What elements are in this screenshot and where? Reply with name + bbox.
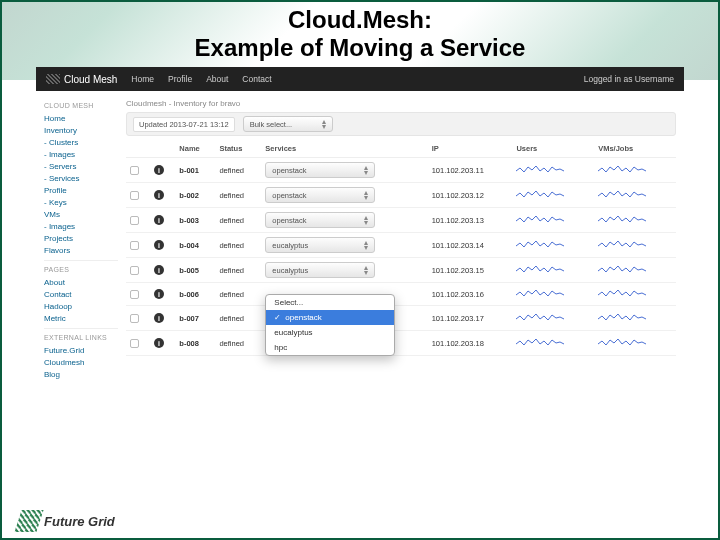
login-status: Logged in as Username: [584, 74, 674, 84]
cell-status: defined: [215, 283, 261, 306]
row-checkbox[interactable]: [130, 290, 139, 299]
table-row: ib-004definedeucalyptus▴▾101.102.203.14: [126, 233, 676, 258]
sidebar-item[interactable]: - Servers: [44, 160, 118, 172]
brand: Cloud Mesh: [46, 74, 117, 85]
cell-status: defined: [215, 258, 261, 283]
sidebar-item[interactable]: - Services: [44, 172, 118, 184]
info-icon[interactable]: i: [154, 190, 164, 200]
cell-vms: [594, 183, 676, 208]
sidebar-head: EXTERNAL LINKS: [44, 334, 118, 341]
updown-icon: ▴▾: [364, 215, 368, 225]
check-icon: ✓: [274, 313, 281, 322]
dd-title: Select...: [266, 295, 394, 310]
service-select[interactable]: openstack▴▾: [265, 162, 375, 178]
table-row: ib-006definedSelect...✓openstackeucalypt…: [126, 283, 676, 306]
cell-name: b-008: [175, 331, 215, 356]
col-header: Users: [512, 140, 594, 158]
sidebar-item[interactable]: - Images: [44, 220, 118, 232]
sidebar-head: CLOUD MESH: [44, 102, 118, 109]
cell-name: b-003: [175, 208, 215, 233]
cell-users: [512, 158, 594, 183]
row-checkbox[interactable]: [130, 339, 139, 348]
row-checkbox[interactable]: [130, 314, 139, 323]
topnav-profile[interactable]: Profile: [168, 74, 192, 84]
dd-option[interactable]: eucalyptus: [266, 325, 394, 340]
sidebar-item[interactable]: Inventory: [44, 124, 118, 136]
cell-name: b-005: [175, 258, 215, 283]
table-row: ib-005definedeucalyptus▴▾101.102.203.15: [126, 258, 676, 283]
grid-icon: [14, 510, 43, 532]
cell-status: defined: [215, 183, 261, 208]
topnav-home[interactable]: Home: [131, 74, 154, 84]
row-checkbox[interactable]: [130, 241, 139, 250]
row-checkbox[interactable]: [130, 191, 139, 200]
service-select[interactable]: openstack▴▾: [265, 212, 375, 228]
sidebar-item[interactable]: About: [44, 276, 118, 288]
sidebar-item[interactable]: - Clusters: [44, 136, 118, 148]
topnav-about[interactable]: About: [206, 74, 228, 84]
cell-vms: [594, 158, 676, 183]
sidebar-item[interactable]: Contact: [44, 288, 118, 300]
updown-icon: ▴▾: [364, 265, 368, 275]
cell-users: [512, 183, 594, 208]
cell-users: [512, 283, 594, 306]
table-row: ib-008definedhpc▴▾101.102.203.18: [126, 331, 676, 356]
info-icon[interactable]: i: [154, 265, 164, 275]
row-checkbox[interactable]: [130, 266, 139, 275]
col-header: Name: [175, 140, 215, 158]
info-icon[interactable]: i: [154, 338, 164, 348]
sidebar-item[interactable]: - Images: [44, 148, 118, 160]
breadcrumb: Cloudmesh - Inventory for bravo: [126, 99, 676, 108]
cell-status: defined: [215, 158, 261, 183]
cell-ip: 101.102.203.17: [428, 306, 513, 331]
sidebar-item[interactable]: - Keys: [44, 196, 118, 208]
service-select[interactable]: openstack▴▾: [265, 187, 375, 203]
info-icon[interactable]: i: [154, 240, 164, 250]
sidebar-item[interactable]: Home: [44, 112, 118, 124]
topnav-contact[interactable]: Contact: [242, 74, 271, 84]
table-row: ib-002definedopenstack▴▾101.102.203.12: [126, 183, 676, 208]
info-icon[interactable]: i: [154, 313, 164, 323]
info-icon[interactable]: i: [154, 289, 164, 299]
sidebar-item[interactable]: Projects: [44, 232, 118, 244]
row-checkbox[interactable]: [130, 216, 139, 225]
inventory-table: NameStatusServicesIPUsersVMs/Jobs ib-001…: [126, 140, 676, 356]
sidebar-item[interactable]: Metric: [44, 312, 118, 324]
sidebar-item[interactable]: Cloudmesh: [44, 356, 118, 368]
dd-option[interactable]: ✓openstack: [266, 310, 394, 325]
main-panel: Cloudmesh - Inventory for bravo Updated …: [126, 91, 684, 386]
footer-logo: Future Grid: [18, 510, 115, 532]
cell-vms: [594, 258, 676, 283]
sidebar-item[interactable]: Hadoop: [44, 300, 118, 312]
dd-option[interactable]: hpc: [266, 340, 394, 355]
col-header: Services: [261, 140, 427, 158]
sidebar-item[interactable]: Profile: [44, 184, 118, 196]
cell-status: defined: [215, 306, 261, 331]
service-select[interactable]: eucalyptus▴▾: [265, 237, 375, 253]
info-icon[interactable]: i: [154, 215, 164, 225]
bulk-select[interactable]: Bulk select... ▴▾: [243, 116, 334, 132]
sidebar-item[interactable]: Flavors: [44, 244, 118, 256]
sidebar-item[interactable]: Future.Grid: [44, 344, 118, 356]
cell-name: b-007: [175, 306, 215, 331]
cell-vms: [594, 306, 676, 331]
table-row: ib-003definedopenstack▴▾101.102.203.13: [126, 208, 676, 233]
cell-users: [512, 258, 594, 283]
topbar: Cloud Mesh HomeProfileAboutContact Logge…: [36, 67, 684, 91]
row-checkbox[interactable]: [130, 166, 139, 175]
cell-vms: [594, 233, 676, 258]
app-window: Cloud Mesh HomeProfileAboutContact Logge…: [36, 67, 684, 386]
cell-ip: 101.102.203.11: [428, 158, 513, 183]
sidebar-head: PAGES: [44, 266, 118, 273]
sidebar-item[interactable]: VMs: [44, 208, 118, 220]
brand-icon: [46, 74, 60, 84]
info-icon[interactable]: i: [154, 165, 164, 175]
cell-ip: 101.102.203.18: [428, 331, 513, 356]
topnav: HomeProfileAboutContact: [131, 74, 271, 84]
cell-status: defined: [215, 331, 261, 356]
sidebar-item[interactable]: Blog: [44, 368, 118, 380]
cell-ip: 101.102.203.13: [428, 208, 513, 233]
updown-icon: ▴▾: [364, 190, 368, 200]
cell-users: [512, 208, 594, 233]
service-select[interactable]: eucalyptus▴▾: [265, 262, 375, 278]
